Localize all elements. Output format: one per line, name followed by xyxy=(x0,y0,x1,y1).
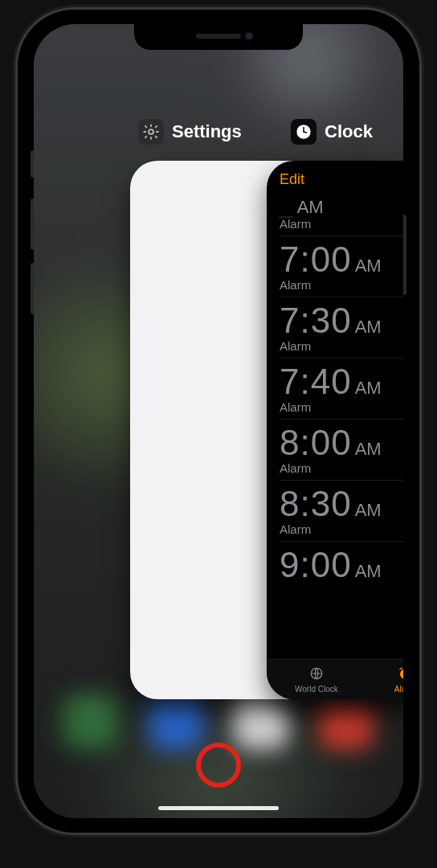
globe-icon xyxy=(309,666,324,683)
tab-label: World Clock xyxy=(295,685,338,694)
clock-tab-bar: World Clock Alarm xyxy=(267,659,403,699)
iphone-frame: Settings Clock Edit xyxy=(18,10,419,833)
svg-line-4 xyxy=(304,132,307,133)
alarm-label: Alarm xyxy=(280,522,403,536)
alarm-row[interactable]: 8:30 AM Alarm xyxy=(280,481,403,542)
app-card-clock[interactable]: Edit Alarm _ AM Alarm 7:00 xyxy=(267,161,403,699)
alarm-clock-icon xyxy=(398,666,403,683)
notch xyxy=(134,24,303,50)
alarm-label: Alarm xyxy=(280,278,403,292)
alarm-label: Alarm xyxy=(280,339,403,353)
alarm-ampm: AM xyxy=(355,561,382,582)
alarm-time: 7:40 xyxy=(280,362,352,402)
alarm-list[interactable]: _ AM Alarm 7:00 AM Alarm xyxy=(267,191,403,659)
alarm-ampm: AM xyxy=(355,439,382,460)
alarm-ampm: AM xyxy=(355,500,382,521)
tab-world-clock[interactable]: World Clock xyxy=(267,660,366,699)
alarm-row[interactable]: 8:00 AM Alarm xyxy=(280,420,403,481)
front-camera xyxy=(244,31,254,41)
alarm-ampm: AM xyxy=(297,197,324,218)
screen: Settings Clock Edit xyxy=(34,24,403,818)
clock-nav-bar: Edit Alarm xyxy=(267,161,403,191)
alarm-label: Alarm xyxy=(280,217,403,231)
earpiece-speaker xyxy=(196,34,241,39)
alarm-time: 8:00 xyxy=(280,423,352,463)
alarm-ampm: AM xyxy=(355,256,382,276)
home-indicator[interactable] xyxy=(158,806,279,810)
alarm-time: 9:00 xyxy=(280,545,352,585)
alarm-time: 7:30 xyxy=(280,301,352,341)
app-label-text: Clock xyxy=(325,121,373,142)
app-label-settings[interactable]: Settings xyxy=(138,119,242,145)
alarm-time: 8:30 xyxy=(280,484,352,524)
alarm-row[interactable]: 9:00 AM xyxy=(280,542,403,590)
alarm-ampm: AM xyxy=(355,317,382,338)
alarm-row[interactable]: _ AM Alarm xyxy=(280,191,403,236)
svg-point-6 xyxy=(400,669,403,678)
settings-icon xyxy=(138,119,164,145)
app-label-text: Settings xyxy=(172,121,242,142)
alarm-row[interactable]: 7:00 AM Alarm xyxy=(280,236,403,297)
alarm-row[interactable]: 7:30 AM Alarm xyxy=(280,297,403,358)
alarm-time: 7:00 xyxy=(280,240,352,280)
alarm-label: Alarm xyxy=(280,400,403,414)
alarm-row[interactable]: 7:40 AM Alarm xyxy=(280,358,403,420)
alarm-ampm: AM xyxy=(355,378,382,399)
edit-button[interactable]: Edit xyxy=(280,171,304,188)
clock-icon xyxy=(291,119,317,145)
app-label-clock[interactable]: Clock xyxy=(291,119,373,145)
tab-alarm[interactable]: Alarm xyxy=(366,660,403,699)
svg-point-0 xyxy=(149,129,153,134)
app-switcher-header: Settings Clock xyxy=(34,119,403,151)
tab-label: Alarm xyxy=(394,685,403,694)
alarm-label: Alarm xyxy=(280,461,403,475)
